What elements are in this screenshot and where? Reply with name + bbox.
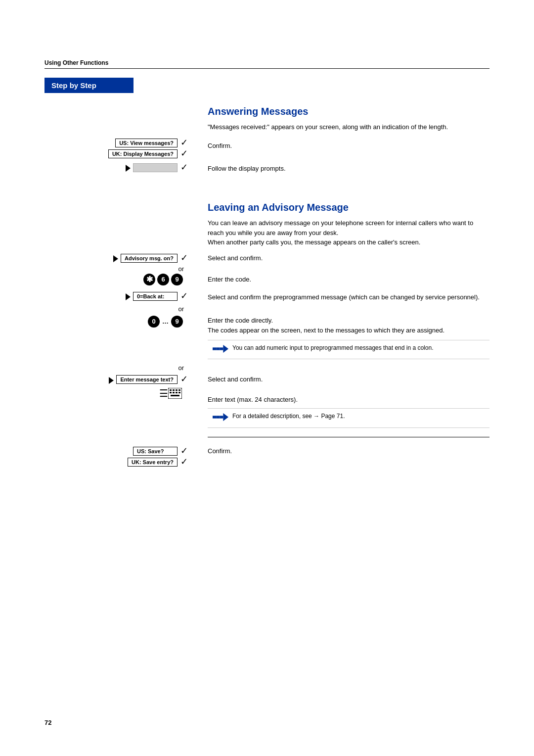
svg-rect-14 xyxy=(213,416,216,419)
answering-messages-title: Answering Messages xyxy=(208,106,490,117)
note-box-1: You can add numeric input to preprogramm… xyxy=(208,340,490,359)
checkmark-2: ✓ xyxy=(180,148,188,159)
keys-row-1: ✱ 6 9 xyxy=(142,274,188,285)
keyboard-icon: ☰︎ xyxy=(159,387,168,399)
arrow-icon-1 xyxy=(126,165,131,172)
checkmark-4: ✓ xyxy=(180,252,188,263)
advisory-step3: Enter message text? ✓ ☰︎ xyxy=(44,374,490,430)
svg-rect-12 xyxy=(178,392,180,393)
svg-rect-1 xyxy=(216,347,220,350)
checkmark-3: ✓ xyxy=(180,162,188,173)
checkmark-6: ✓ xyxy=(180,374,188,384)
page-number: 72 xyxy=(44,719,51,726)
or-label-2: or xyxy=(178,304,188,314)
svg-rect-9 xyxy=(170,392,172,393)
answering-messages-section: Answering Messages "Messages received:" … xyxy=(44,102,490,137)
advisory-step4-confirm: Confirm. xyxy=(208,447,490,455)
arrow-icon-3 xyxy=(126,293,131,300)
svg-rect-11 xyxy=(176,392,178,393)
or-label-1: or xyxy=(178,264,188,274)
us-view-messages-box: US: View messages? xyxy=(115,139,178,147)
us-save-box: US: Save? xyxy=(133,447,178,456)
svg-rect-7 xyxy=(176,389,178,391)
enter-message-box: Enter message text? xyxy=(116,375,178,384)
arrow-icon-2 xyxy=(113,255,118,262)
arrow-icon-4 xyxy=(109,377,114,384)
key-6: 6 xyxy=(157,274,169,285)
key-0: 0 xyxy=(148,316,160,328)
leaving-advisory-description: You can leave an advisory message on you… xyxy=(208,218,490,247)
page: Using Other Functions Step by Step Answe… xyxy=(0,0,534,756)
step-by-step-header: Step by Step xyxy=(44,78,134,93)
svg-rect-6 xyxy=(173,389,175,391)
back-at-box: 0=Back at: xyxy=(133,292,178,301)
note-text-1: You can add numeric input to preprogramm… xyxy=(232,344,433,352)
advisory-step2-enter: Enter the code directly. The codes appea… xyxy=(208,302,490,335)
note-arrow-icon-2 xyxy=(213,413,228,424)
divider-row xyxy=(44,436,490,442)
display-input-box xyxy=(133,163,178,172)
answering-messages-intro: "Messages received:" appears on your scr… xyxy=(208,122,490,132)
checkmark-5: ✓ xyxy=(180,290,188,301)
svg-rect-15 xyxy=(216,416,220,419)
key-9: 9 xyxy=(171,274,183,285)
answering-step1: US: View messages? ✓ UK: Display Message… xyxy=(44,137,490,159)
answering-step1-confirm: Confirm. xyxy=(208,141,490,151)
advisory-step4: US: Save? ✓ UK: Save entry? ✓ Confirm. xyxy=(44,445,490,467)
advisory-step2-confirm: Select and confirm the preprogrammed mes… xyxy=(208,290,490,302)
checkmark-7: ✓ xyxy=(180,445,188,456)
uk-save-entry-box: UK: Save entry? xyxy=(128,458,178,467)
note-text-2: For a detailed description, see → Page 7… xyxy=(232,412,345,421)
svg-marker-17 xyxy=(223,413,228,421)
checkmark-8: ✓ xyxy=(180,456,188,467)
keys-row-2: 0 … 9 xyxy=(147,316,188,328)
checkmark-1: ✓ xyxy=(180,137,188,148)
uk-display-messages-box: UK: Display Messages? xyxy=(108,149,178,158)
svg-rect-0 xyxy=(213,347,216,350)
advisory-step1-confirm: Select and confirm. xyxy=(208,252,490,262)
content-rows: Answering Messages "Messages received:" … xyxy=(44,102,490,467)
svg-rect-2 xyxy=(220,347,223,350)
answering-step2: ✓ Follow the display prompts. xyxy=(44,161,490,179)
svg-marker-3 xyxy=(223,345,228,353)
advisory-step3-keyboard: Enter text (max. 24 characters). xyxy=(208,383,490,403)
divider xyxy=(208,437,490,437)
svg-rect-16 xyxy=(220,416,223,419)
dots-range: … xyxy=(162,318,169,325)
note-arrow-icon-1 xyxy=(213,345,228,355)
leaving-advisory-title: Leaving an Advisory Message xyxy=(208,202,490,213)
section-label: Using Other Functions xyxy=(44,59,490,69)
answering-step2-confirm: Follow the display prompts. xyxy=(208,164,490,174)
key-star: ✱ xyxy=(143,274,155,285)
keyboard-svg-icon xyxy=(168,388,182,399)
note-box-2: For a detailed description, see → Page 7… xyxy=(208,408,490,427)
svg-rect-8 xyxy=(178,389,180,391)
advisory-step1-enter-code: Enter the code. xyxy=(208,262,490,283)
svg-rect-13 xyxy=(171,395,179,396)
leaving-advisory-section: Leaving an Advisory Message You can leav… xyxy=(44,188,490,252)
advisory-msg-box: Advisory msg. on? xyxy=(121,254,178,263)
or-label-3: or xyxy=(178,363,188,373)
svg-rect-5 xyxy=(170,389,172,391)
advisory-or-row: or xyxy=(44,363,490,373)
svg-rect-10 xyxy=(173,392,175,393)
advisory-step2: 0=Back at: ✓ or 0 … 9 Select and confirm… xyxy=(44,290,490,363)
key-9-2: 9 xyxy=(171,316,183,328)
advisory-step3-confirm: Select and confirm. xyxy=(208,374,490,383)
advisory-step1: Advisory msg. on? ✓ or ✱ 6 9 Select and … xyxy=(44,252,490,285)
